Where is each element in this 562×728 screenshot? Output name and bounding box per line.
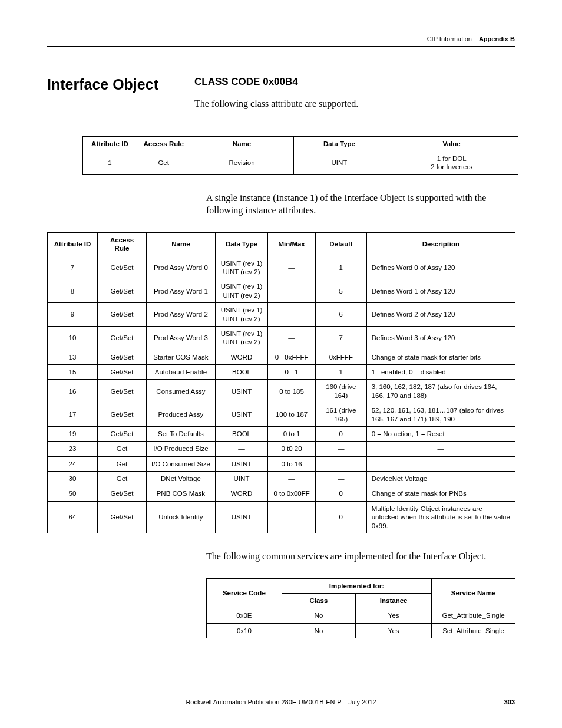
table-cell: Multiple Identity Object instances are u… bbox=[366, 501, 515, 533]
table-cell: 0 t0 20 bbox=[268, 442, 316, 456]
table-row: 10Get/SetProd Assy Word 3USINT (rev 1)UI… bbox=[48, 326, 515, 350]
table-cell: — bbox=[366, 456, 515, 471]
table-cell: Unlock Identity bbox=[147, 501, 216, 533]
table-cell: 0 to 16 bbox=[268, 456, 316, 471]
table-cell: Produced Assy bbox=[147, 403, 216, 427]
table-row: 7Get/SetProd Assy Word 0USINT (rev 1)UIN… bbox=[48, 256, 515, 279]
table-cell: 0 = No action, 1 = Reset bbox=[366, 426, 515, 441]
table-cell: — bbox=[268, 326, 316, 350]
table-row: 0x0ENoYesGet_Attribute_Single bbox=[207, 608, 515, 623]
intro-paragraph-1: The following class attribute are suppor… bbox=[194, 97, 515, 110]
table-cell: DeviceNet Voltage bbox=[366, 472, 515, 486]
table-cell: — bbox=[315, 456, 366, 471]
table-row: 23GetI/O Produced Size—0 t0 20—— bbox=[48, 442, 515, 456]
table-cell: 6 bbox=[315, 303, 366, 327]
table-cell: Revision bbox=[190, 151, 293, 174]
table-cell: Autobaud Enable bbox=[147, 365, 216, 380]
table-cell: Get/Set bbox=[98, 403, 147, 427]
table-cell: 8 bbox=[48, 279, 98, 303]
table-cell: 5 bbox=[315, 279, 366, 303]
table-cell: 16 bbox=[48, 380, 98, 403]
table-cell: Defines Word 3 of Assy 120 bbox=[366, 326, 515, 350]
instance-attribute-table: Attribute IDAccess RuleNameData TypeMin/… bbox=[47, 232, 515, 533]
table-cell: Set_Attribute_Single bbox=[432, 623, 515, 638]
table-cell: Defines Word 0 of Assy 120 bbox=[366, 256, 515, 279]
table-header-cell: Data Type bbox=[293, 136, 385, 151]
table-row: 13Get/SetStarter COS MaskWORD0 - 0xFFFF0… bbox=[48, 350, 515, 364]
table-cell: 0x0E bbox=[207, 608, 282, 623]
table-cell: Get/Set bbox=[98, 350, 147, 364]
table-cell: 19 bbox=[48, 426, 98, 441]
table-cell: 1 for DOL2 for Inverters bbox=[385, 151, 518, 174]
table-row: 64Get/SetUnlock IdentityUSINT—0Multiple … bbox=[48, 501, 515, 533]
table-row: 0x10NoYesSet_Attribute_Single bbox=[207, 623, 515, 638]
table-cell: 0 to 185 bbox=[268, 380, 316, 403]
class-attribute-table: Attribute IDAccess RuleNameData TypeValu… bbox=[82, 136, 518, 175]
table-cell: Get/Set bbox=[98, 501, 147, 533]
table-cell: — bbox=[315, 442, 366, 456]
table-header-cell: Name bbox=[147, 232, 216, 256]
table-row: 50Get/SetPNB COS MaskWORD0 to 0x00FF0Cha… bbox=[48, 486, 515, 501]
table-cell: 160 (drive 164) bbox=[315, 380, 366, 403]
table-cell: PNB COS Mask bbox=[147, 486, 216, 501]
table-header-cell: Attribute ID bbox=[83, 136, 137, 151]
table-row: 16Get/SetConsumed AssyUSINT0 to 185160 (… bbox=[48, 380, 515, 403]
table-header-cell: Name bbox=[190, 136, 293, 151]
th-service-name: Service Name bbox=[432, 578, 515, 608]
table-header-cell: Access Rule bbox=[137, 136, 190, 151]
table-cell: USINT bbox=[215, 380, 267, 403]
table-cell: USINT bbox=[215, 501, 267, 533]
footer-publication: Rockwell Automation Publication 280E-UM0… bbox=[186, 699, 376, 706]
table-cell: 17 bbox=[48, 403, 98, 427]
table-cell: Consumed Assy bbox=[147, 380, 216, 403]
table-cell: USINT (rev 1)UINT (rev 2) bbox=[215, 256, 267, 279]
header-chapter: CIP Information bbox=[427, 35, 472, 42]
table-row: 17Get/SetProduced AssyUSINT100 to 187161… bbox=[48, 403, 515, 427]
table-cell: UINT bbox=[215, 472, 267, 486]
table-cell: — bbox=[315, 472, 366, 486]
table-cell: — bbox=[268, 501, 316, 533]
th-implemented-for: Implemented for: bbox=[282, 578, 431, 593]
table-cell: Prod Assy Word 3 bbox=[147, 326, 216, 350]
table-cell: 1 bbox=[315, 256, 366, 279]
table-cell: 3, 160, 162, 182, 187 (also for drives 1… bbox=[366, 380, 515, 403]
table-cell: Yes bbox=[356, 623, 432, 638]
table-cell: USINT (rev 1)UINT (rev 2) bbox=[215, 326, 267, 350]
table-cell: USINT bbox=[215, 456, 267, 471]
table-cell: Defines Word 2 of Assy 120 bbox=[366, 303, 515, 327]
table-cell: — bbox=[268, 303, 316, 327]
table-cell: Get bbox=[98, 456, 147, 471]
th-service-code: Service Code bbox=[207, 578, 282, 608]
table-cell: WORD bbox=[215, 350, 267, 364]
table-cell: Get/Set bbox=[98, 256, 147, 279]
table-cell: Get/Set bbox=[98, 426, 147, 441]
table-header-cell: Attribute ID bbox=[48, 232, 98, 256]
th-instance: Instance bbox=[356, 593, 432, 608]
table-cell: USINT (rev 1)UINT (rev 2) bbox=[215, 303, 267, 327]
footer-page-number: 303 bbox=[504, 699, 515, 706]
page: CIP Information Appendix B Interface Obj… bbox=[0, 0, 562, 728]
table-cell: Prod Assy Word 0 bbox=[147, 256, 216, 279]
table-cell: Get bbox=[137, 151, 190, 174]
class-code-heading: CLASS CODE 0x00B4 bbox=[194, 76, 515, 88]
table-cell: — bbox=[268, 256, 316, 279]
table-cell: Get/Set bbox=[98, 279, 147, 303]
table-cell: USINT (rev 1)UINT (rev 2) bbox=[215, 279, 267, 303]
table-cell: 1 bbox=[315, 365, 366, 380]
right-column: CLASS CODE 0x00B4 The following class at… bbox=[194, 76, 515, 126]
table-row: 19Get/SetSet To DefaultsBOOL0 to 100 = N… bbox=[48, 426, 515, 441]
table-cell: Get_Attribute_Single bbox=[432, 608, 515, 623]
table-cell: 50 bbox=[48, 486, 98, 501]
table-cell: Defines Word 1 of Assy 120 bbox=[366, 279, 515, 303]
table-cell: Change of state mask for starter bits bbox=[366, 350, 515, 364]
th-class: Class bbox=[282, 593, 355, 608]
services-table: Service Code Implemented for: Service Na… bbox=[206, 578, 515, 639]
table-cell: Change of state mask for PNBs bbox=[366, 486, 515, 501]
table-cell: UINT bbox=[293, 151, 385, 174]
table-cell: Set To Defaults bbox=[147, 426, 216, 441]
table-cell: Get bbox=[98, 472, 147, 486]
table-cell: — bbox=[268, 472, 316, 486]
table-header-cell: Access Rule bbox=[98, 232, 147, 256]
intro-paragraph-3: The following common services are implem… bbox=[206, 550, 515, 563]
table-cell: 0xFFFF bbox=[315, 350, 366, 364]
